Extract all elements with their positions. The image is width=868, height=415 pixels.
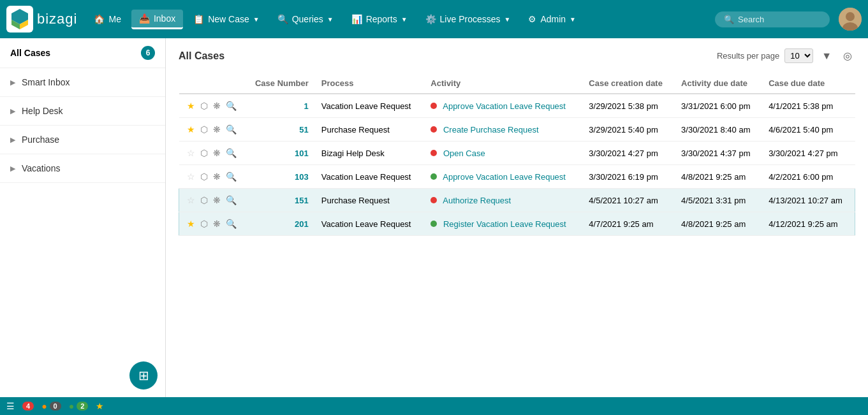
status-dot bbox=[430, 150, 437, 156]
col-creation-date-header: Case creation date bbox=[582, 73, 675, 94]
results-per-page-select[interactable]: 10 25 50 bbox=[784, 48, 813, 63]
action-icons-cell: ★ ⬡ ❋ 🔍 bbox=[179, 94, 245, 118]
workflow-icon[interactable]: ⬡ bbox=[199, 99, 209, 112]
star-icon[interactable]: ★ bbox=[186, 123, 196, 136]
search-case-icon[interactable]: 🔍 bbox=[224, 170, 238, 183]
star-icon[interactable]: ☆ bbox=[186, 147, 196, 159]
case-icon[interactable]: ❋ bbox=[212, 99, 222, 112]
activity-due-cell: 4/8/2021 9:25 am bbox=[675, 212, 762, 236]
search-case-icon[interactable]: 🔍 bbox=[224, 217, 238, 230]
activity-due-cell: 3/30/2021 4:37 pm bbox=[675, 142, 762, 165]
workflow-icon[interactable]: ⬡ bbox=[199, 123, 209, 136]
logo[interactable]: bizagi bbox=[6, 6, 77, 33]
add-case-button[interactable]: ⊞ bbox=[129, 361, 158, 390]
action-icons-cell: ☆ ⬡ ❋ 🔍 bbox=[179, 165, 245, 189]
chevron-right-icon: ▶ bbox=[10, 107, 15, 115]
filter-button[interactable]: ▼ bbox=[818, 49, 835, 63]
case-number[interactable]: 103 bbox=[295, 172, 309, 182]
case-number-cell: 1 bbox=[244, 94, 315, 118]
nav-me[interactable]: 🏠 Me bbox=[86, 10, 128, 28]
case-icon[interactable]: ❋ bbox=[212, 170, 222, 183]
nav-inbox[interactable]: 📥 Inbox bbox=[131, 10, 183, 29]
case-icon[interactable]: ❋ bbox=[212, 147, 222, 159]
nav-me-label: Me bbox=[108, 14, 121, 24]
case-number[interactable]: 101 bbox=[295, 149, 309, 158]
star-icon[interactable]: ☆ bbox=[186, 194, 196, 207]
case-number[interactable]: 201 bbox=[295, 219, 309, 229]
star-icon[interactable]: ☆ bbox=[186, 170, 196, 183]
star-icon[interactable]: ★ bbox=[186, 99, 196, 112]
bottom-green-item[interactable]: ● 2 bbox=[69, 401, 89, 411]
case-number-cell: 101 bbox=[244, 142, 315, 165]
sidebar-item-vacations[interactable]: ▶ Vacations bbox=[0, 154, 165, 183]
case-icon[interactable]: ❋ bbox=[212, 194, 222, 207]
results-controls: Results per page 10 25 50 ▼ ◎ bbox=[717, 48, 855, 63]
activity-link[interactable]: Create Purchase Request bbox=[443, 125, 539, 135]
activity-cell: Approve Vacation Leave Request bbox=[424, 94, 582, 118]
bottom-red-item[interactable]: 4 bbox=[22, 402, 34, 411]
sidebar-item-smart-inbox[interactable]: ▶ Smart Inbox bbox=[0, 68, 165, 97]
reports-icon: 📊 bbox=[351, 14, 362, 24]
logo-text: bizagi bbox=[37, 11, 77, 27]
case-due-cell: 3/30/2021 4:27 pm bbox=[762, 142, 855, 165]
process-cell: Vacation Leave Request bbox=[315, 212, 425, 236]
process-cell: Vacation Leave Request bbox=[315, 94, 425, 118]
live-caret: ▼ bbox=[504, 16, 511, 23]
process-cell: Vacation Leave Request bbox=[315, 165, 425, 189]
process-cell: Purchase Request bbox=[315, 118, 425, 142]
green-badge: 2 bbox=[77, 402, 88, 411]
nav-queries[interactable]: 🔍 Queries ▼ bbox=[270, 10, 341, 28]
bottom-bar: ☰ 4 ● 0 ● 2 ★ bbox=[0, 397, 868, 415]
nav-admin[interactable]: ⚙ Admin ▼ bbox=[520, 10, 584, 28]
sidebar-header: All Cases 6 bbox=[0, 38, 165, 68]
case-icon[interactable]: ❋ bbox=[212, 217, 222, 230]
user-avatar[interactable] bbox=[839, 8, 862, 31]
case-number[interactable]: 51 bbox=[299, 125, 308, 135]
new-case-icon: 📋 bbox=[193, 14, 204, 24]
workflow-icon[interactable]: ⬡ bbox=[199, 170, 209, 183]
case-icon[interactable]: ❋ bbox=[212, 123, 222, 136]
activity-due-cell: 3/30/2021 8:40 am bbox=[675, 118, 762, 142]
bottom-star-item[interactable]: ★ bbox=[96, 401, 104, 411]
workflow-icon[interactable]: ⬡ bbox=[199, 147, 209, 159]
sidebar-item-purchase[interactable]: ▶ Purchase bbox=[0, 126, 165, 154]
search-box[interactable]: 🔍 Search bbox=[715, 11, 830, 27]
activity-link[interactable]: Approve Vacation Leave Request bbox=[443, 172, 566, 182]
home-icon: 🏠 bbox=[94, 14, 105, 24]
view-options-button[interactable]: ◎ bbox=[840, 48, 855, 63]
sidebar-item-help-desk[interactable]: ▶ Help Desk bbox=[0, 97, 165, 126]
content-header: All Cases Results per page 10 25 50 ▼ ◎ bbox=[179, 48, 855, 63]
col-activity-due-header: Activity due date bbox=[675, 73, 762, 94]
case-number[interactable]: 1 bbox=[304, 101, 309, 111]
search-case-icon[interactable]: 🔍 bbox=[224, 194, 238, 207]
admin-caret: ▼ bbox=[570, 16, 576, 23]
sidebar-item-help-desk-label: Help Desk bbox=[22, 106, 63, 116]
activity-link[interactable]: Open Case bbox=[443, 149, 485, 158]
activity-link[interactable]: Authorize Request bbox=[443, 196, 511, 205]
activity-link[interactable]: Register Vacation Leave Request bbox=[443, 219, 566, 229]
col-case-due-header: Case due date bbox=[762, 73, 855, 94]
search-case-icon[interactable]: 🔍 bbox=[224, 147, 238, 159]
search-case-icon[interactable]: 🔍 bbox=[224, 123, 238, 136]
live-icon: ⚙️ bbox=[425, 14, 436, 24]
process-cell: Bizagi Help Desk bbox=[315, 142, 425, 165]
nav-live-processes[interactable]: ⚙️ Live Processes ▼ bbox=[418, 10, 519, 28]
activity-link[interactable]: Approve Vacation Leave Request bbox=[443, 101, 566, 111]
nav-new-case[interactable]: 📋 New Case ▼ bbox=[186, 10, 267, 28]
nav-reports[interactable]: 📊 Reports ▼ bbox=[344, 10, 415, 28]
cases-table: Case Number Process Activity Case creati… bbox=[179, 73, 855, 236]
bottom-orange-item[interactable]: ● 0 bbox=[41, 401, 61, 411]
search-case-icon[interactable]: 🔍 bbox=[224, 99, 238, 112]
case-number-cell: 51 bbox=[244, 118, 315, 142]
sidebar-title: All Cases bbox=[10, 48, 50, 58]
table-row: ★ ⬡ ❋ 🔍 201 Vacation Leave Request Regis… bbox=[179, 212, 855, 236]
sidebar-item-purchase-label: Purchase bbox=[22, 135, 59, 145]
workflow-icon[interactable]: ⬡ bbox=[199, 194, 209, 207]
case-number[interactable]: 151 bbox=[295, 196, 309, 205]
col-activity-header: Activity bbox=[424, 73, 582, 94]
results-per-page-label: Results per page bbox=[717, 51, 779, 61]
chevron-right-icon: ▶ bbox=[10, 164, 15, 173]
workflow-icon[interactable]: ⬡ bbox=[199, 217, 209, 230]
star-icon[interactable]: ★ bbox=[186, 217, 196, 230]
case-due-cell: 4/6/2021 5:40 pm bbox=[762, 118, 855, 142]
